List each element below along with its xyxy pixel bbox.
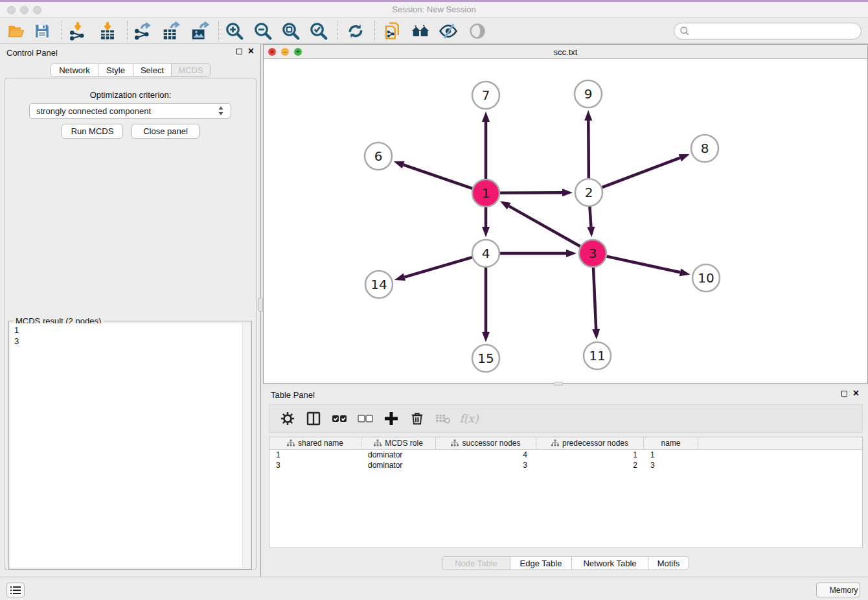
tab-select[interactable]: Select <box>133 63 172 76</box>
home-icon[interactable] <box>408 20 433 42</box>
graph-node-label: 11 <box>589 348 605 363</box>
graph-node-label: 7 <box>482 87 490 103</box>
function-builder-icon[interactable]: f(x) <box>457 407 481 430</box>
graph-edge-arrow <box>679 154 690 161</box>
table-panel-tabs: Node Table Edge Table Network Table Moti… <box>442 556 689 570</box>
show-all-icon[interactable] <box>465 20 490 42</box>
toolbar-separator <box>62 21 62 41</box>
delete-column-icon[interactable] <box>405 407 429 430</box>
memory-label: Memory <box>830 586 858 595</box>
zoom-out-icon[interactable] <box>251 20 275 42</box>
graph-edge-3-11[interactable] <box>593 268 596 329</box>
delete-table-icon[interactable] <box>431 407 455 430</box>
run-mcds-button[interactable]: Run MCDS <box>62 124 123 139</box>
close-panel-button[interactable]: Close panel <box>131 124 200 139</box>
graph-edge-1-2[interactable] <box>500 192 562 193</box>
hide-selected-icon[interactable] <box>436 20 461 42</box>
network-view-window: × – + scc.txt 1234678910111415 <box>263 44 868 384</box>
tab-edge-table[interactable]: Edge Table <box>510 557 572 570</box>
refresh-icon[interactable] <box>343 20 368 42</box>
column-header-name[interactable]: name <box>644 437 698 449</box>
column-header-successor-nodes[interactable]: successor nodes <box>436 437 536 449</box>
optimization-criterion-label: Optimization criterion: <box>5 90 256 100</box>
float-table-panel-icon[interactable] <box>841 391 847 397</box>
search-icon <box>680 26 690 36</box>
graph-node-label: 9 <box>584 86 593 102</box>
graph-edge-4-14[interactable] <box>404 257 472 277</box>
search-input[interactable] <box>674 23 862 40</box>
settings-icon[interactable] <box>276 407 299 430</box>
close-panel-icon[interactable]: × <box>248 48 254 54</box>
graph-edge-3-10[interactable] <box>606 257 680 273</box>
tab-motifs[interactable]: Motifs <box>648 557 689 570</box>
horizontal-splitter-handle[interactable] <box>554 382 563 386</box>
network-canvas[interactable]: 1234678910111415 <box>264 59 867 383</box>
close-table-panel-icon[interactable]: × <box>853 390 859 397</box>
control-panel: Control Panel × Network Style Select MCD… <box>0 44 261 577</box>
result-item[interactable]: 3 <box>14 336 246 347</box>
result-scrollbar[interactable] <box>242 323 250 568</box>
export-table-icon[interactable] <box>159 20 183 42</box>
zoom-in-icon[interactable] <box>222 20 247 42</box>
toolbar-separator <box>127 21 128 41</box>
network-graph[interactable]: 1234678910111415 <box>264 59 867 383</box>
result-item[interactable]: 1 <box>14 325 246 336</box>
column-header-mcds-role[interactable]: MCDS role <box>361 437 436 449</box>
graph-edge-arrow <box>592 329 600 340</box>
tab-mcds[interactable]: MCDS <box>172 63 210 76</box>
add-column-icon[interactable] <box>380 407 403 430</box>
graph-node-label: 6 <box>374 148 383 164</box>
tab-network-table[interactable]: Network Table <box>572 557 648 570</box>
tree-icon <box>374 439 382 447</box>
float-panel-icon[interactable] <box>236 49 242 54</box>
graph-edge-arrow <box>680 268 691 276</box>
import-table-icon[interactable] <box>95 20 120 42</box>
graph-edge-2-3[interactable] <box>589 207 591 227</box>
node-table: shared name MCDS role successor nodes pr… <box>269 437 863 548</box>
tab-node-table[interactable]: Node Table <box>442 557 510 570</box>
select-all-icon[interactable] <box>328 407 351 430</box>
table-header-row: shared name MCDS role successor nodes pr… <box>269 437 862 450</box>
graph-edge-arrow <box>562 189 573 196</box>
select-chevrons-icon <box>218 106 224 116</box>
column-header-predecessor-nodes[interactable]: predecessor nodes <box>536 437 644 449</box>
status-bar: Memory <box>0 577 868 600</box>
save-session-icon[interactable] <box>30 20 54 42</box>
export-network-icon[interactable] <box>130 20 155 42</box>
deselect-all-icon[interactable] <box>354 407 377 430</box>
graph-node-label: 2 <box>585 185 593 200</box>
graph-edge-1-6[interactable] <box>404 165 472 189</box>
tab-style[interactable]: Style <box>98 63 133 76</box>
column-header-shared-name[interactable]: shared name <box>269 437 361 449</box>
zoom-selected-icon[interactable] <box>306 20 331 42</box>
table-row[interactable]: 1 dominator 4 1 1 <box>269 450 862 460</box>
show-panels-button[interactable] <box>6 583 25 597</box>
graph-edge-2-8[interactable] <box>602 158 680 188</box>
memory-button[interactable]: Memory <box>816 583 860 597</box>
table-panel: Table Panel × f(x) <box>263 386 868 577</box>
import-network-icon[interactable] <box>65 20 90 42</box>
optimization-criterion-select[interactable]: strongly connected component <box>29 103 231 119</box>
graph-node-label: 10 <box>698 270 714 286</box>
graph-edge-arrow <box>500 201 511 209</box>
graph-node-label: 14 <box>371 277 387 292</box>
search-field[interactable] <box>693 26 861 37</box>
table-panel-title: Table Panel <box>271 390 315 400</box>
selected-option: strongly connected component <box>36 106 151 116</box>
zoom-fit-icon[interactable] <box>279 20 303 42</box>
graph-edge-3-1[interactable] <box>509 206 580 246</box>
mcds-panel-body: Optimization criterion: strongly connect… <box>5 78 257 570</box>
mcds-result-group: MCDS result (2 nodes) 1 3 <box>8 321 252 570</box>
open-session-icon[interactable] <box>4 20 29 42</box>
network-window-titlebar: × – + scc.txt <box>264 45 867 59</box>
network-from-selection-icon[interactable] <box>380 20 405 42</box>
vertical-splitter-handle[interactable] <box>258 297 263 312</box>
table-row[interactable]: 3 dominator 3 2 3 <box>269 460 862 470</box>
network-window-title: scc.txt <box>264 47 867 57</box>
columns-icon[interactable] <box>302 407 325 430</box>
export-image-icon[interactable] <box>187 20 212 42</box>
graph-edge-2-9[interactable] <box>588 121 589 178</box>
graph-edge-arrow <box>482 111 490 122</box>
tab-network[interactable]: Network <box>51 63 98 76</box>
mcds-result-list[interactable]: 1 3 <box>10 323 250 568</box>
